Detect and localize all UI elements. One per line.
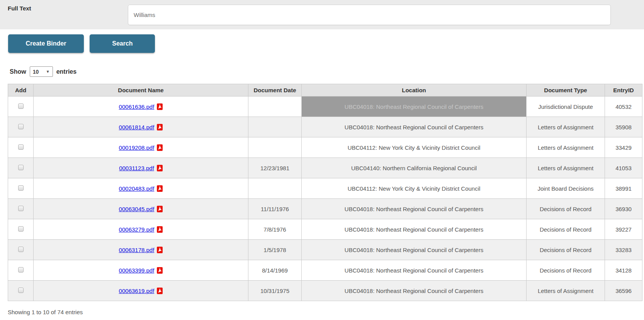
add-cell: [8, 219, 34, 240]
document-link[interactable]: 00063619.pdf: [119, 288, 155, 294]
document-name-cell: 00063399.pdf: [34, 260, 248, 281]
document-type-cell: Decisions of Record: [527, 219, 605, 240]
table-row: 00063045.pdf 11/11/1976 UBC04018: Northe…: [8, 199, 642, 219]
document-name-cell: 00020483.pdf: [34, 178, 248, 199]
page-length-select[interactable]: 10 ▼: [30, 66, 53, 77]
location-cell[interactable]: UBC04018: Northeast Regional Council of …: [302, 260, 527, 281]
pdf-icon[interactable]: [157, 103, 163, 110]
add-cell: [8, 260, 34, 281]
add-checkbox[interactable]: [18, 144, 24, 150]
location-cell[interactable]: UBC04018: Northeast Regional Council of …: [302, 219, 527, 240]
add-checkbox[interactable]: [18, 185, 24, 191]
document-link[interactable]: 00063279.pdf: [119, 226, 155, 233]
table-row: 00061814.pdf UBC04018: Northeast Regiona…: [8, 117, 642, 137]
document-link[interactable]: 00020483.pdf: [119, 185, 155, 192]
full-text-input[interactable]: [128, 5, 611, 25]
location-cell[interactable]: UBC04018: Northeast Regional Council of …: [302, 117, 527, 137]
column-header-document-date: Document Date: [248, 84, 302, 97]
document-link[interactable]: 00031123.pdf: [119, 165, 154, 171]
search-button[interactable]: Search: [90, 34, 155, 53]
add-checkbox[interactable]: [18, 226, 24, 232]
document-date-cell: [248, 117, 302, 137]
page-length-value: 10: [33, 69, 39, 75]
document-link[interactable]: 00061636.pdf: [119, 103, 155, 110]
pdf-icon[interactable]: [157, 185, 163, 192]
add-checkbox[interactable]: [18, 288, 24, 293]
document-link[interactable]: 00019208.pdf: [119, 144, 155, 151]
document-type-cell: Letters of Assignment: [527, 117, 605, 137]
add-cell: [8, 199, 34, 219]
document-date-cell: 10/31/1975: [248, 281, 302, 301]
table-row: 00031123.pdf 12/23/1981 UBC04140: Northe…: [8, 158, 642, 178]
document-name-cell: 00063045.pdf: [34, 199, 248, 219]
document-type-cell: Letters of Assignment: [527, 281, 605, 301]
document-type-cell: Jurisdictional Dispute: [527, 97, 605, 117]
add-checkbox[interactable]: [18, 267, 24, 273]
add-checkbox[interactable]: [18, 206, 24, 211]
add-checkbox[interactable]: [18, 103, 24, 109]
add-cell: [8, 137, 34, 158]
pdf-icon[interactable]: [157, 165, 163, 171]
add-checkbox[interactable]: [18, 165, 24, 170]
entries-label: entries: [56, 68, 76, 75]
document-type-cell: Decisions of Record: [527, 199, 605, 219]
pdf-icon[interactable]: [157, 267, 163, 274]
document-name-cell: 00031123.pdf: [34, 158, 248, 178]
results-table: Add Document Name Document Date Location…: [8, 84, 642, 301]
pdf-icon[interactable]: [157, 226, 163, 233]
table-row: 00063399.pdf 8/14/1969 UBC04018: Northea…: [8, 260, 642, 281]
add-cell: [8, 281, 34, 301]
document-date-cell: 7/8/1976: [248, 219, 302, 240]
location-cell[interactable]: UBC04018: Northeast Regional Council of …: [302, 281, 527, 301]
show-label: Show: [10, 68, 26, 75]
table-row: 00063279.pdf 7/8/1976 UBC04018: Northeas…: [8, 219, 642, 240]
column-header-entryid: EntryID: [605, 84, 642, 97]
entryid-cell: 33429: [605, 137, 642, 158]
pdf-icon[interactable]: [157, 247, 163, 253]
location-cell[interactable]: UBC04018: Northeast Regional Council of …: [302, 97, 527, 117]
add-cell: [8, 97, 34, 117]
entryid-cell: 36930: [605, 199, 642, 219]
location-cell[interactable]: UBC04018: Northeast Regional Council of …: [302, 199, 527, 219]
table-row: 00061636.pdf UBC04018: Northeast Regiona…: [8, 97, 642, 117]
chevron-down-icon: ▼: [46, 69, 50, 74]
entryid-cell: 38991: [605, 178, 642, 199]
document-link[interactable]: 00063045.pdf: [119, 206, 155, 212]
create-binder-button[interactable]: Create Binder: [8, 34, 84, 53]
full-text-label: Full Text: [8, 5, 31, 12]
document-type-cell: Joint Board Decisions: [527, 178, 605, 199]
document-type-cell: Letters of Assignment: [527, 137, 605, 158]
add-checkbox[interactable]: [18, 124, 24, 129]
pdf-icon[interactable]: [157, 288, 163, 294]
document-link[interactable]: 00063178.pdf: [119, 247, 155, 253]
document-link[interactable]: 00063399.pdf: [119, 267, 155, 274]
location-cell[interactable]: UBC04112: New York City & Vicinity Distr…: [302, 178, 527, 199]
column-header-add: Add: [8, 84, 34, 97]
table-header-row: Add Document Name Document Date Location…: [8, 84, 642, 97]
pdf-icon[interactable]: [157, 206, 163, 212]
entryid-cell: 40532: [605, 97, 642, 117]
add-checkbox[interactable]: [18, 247, 24, 252]
document-type-cell: Decisions of Record: [527, 240, 605, 260]
entryid-cell: 34128: [605, 260, 642, 281]
document-date-cell: [248, 97, 302, 117]
document-type-cell: Decisions of Record: [527, 260, 605, 281]
document-date-cell: 1/5/1978: [248, 240, 302, 260]
location-cell[interactable]: UBC04112: New York City & Vicinity Distr…: [302, 137, 527, 158]
pdf-icon[interactable]: [157, 124, 163, 130]
location-cell[interactable]: UBC04018: Northeast Regional Council of …: [302, 240, 527, 260]
entryid-cell: 36596: [605, 281, 642, 301]
pdf-icon[interactable]: [157, 144, 163, 151]
entryid-cell: 33283: [605, 240, 642, 260]
document-name-cell: 00061814.pdf: [34, 117, 248, 137]
add-cell: [8, 117, 34, 137]
location-cell[interactable]: UBC04140: Northern California Regional C…: [302, 158, 527, 178]
document-date-cell: [248, 137, 302, 158]
document-link[interactable]: 00061814.pdf: [119, 124, 155, 130]
add-cell: [8, 158, 34, 178]
document-name-cell: 00061636.pdf: [34, 97, 248, 117]
table-row: 00020483.pdf UBC04112: New York City & V…: [8, 178, 642, 199]
add-cell: [8, 240, 34, 260]
table-row: 00063178.pdf 1/5/1978 UBC04018: Northeas…: [8, 240, 642, 260]
document-name-cell: 00019208.pdf: [34, 137, 248, 158]
